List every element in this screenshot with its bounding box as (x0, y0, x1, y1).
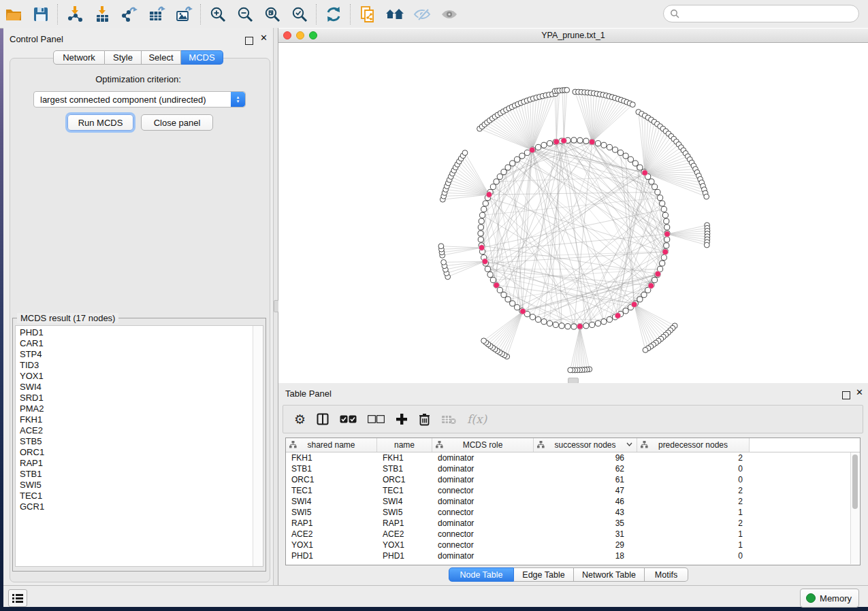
table-row[interactable]: ACE2ACE2connector311 (286, 529, 860, 540)
network-satellite-node[interactable] (481, 338, 487, 344)
table-row[interactable]: STB1STB1dominator620 (286, 463, 860, 474)
table-settings-icon[interactable]: ⚙ (294, 412, 306, 427)
function-builder-icon[interactable]: f(x) (467, 412, 487, 426)
network-dominator-node[interactable] (664, 231, 671, 237)
cell-mcds_role[interactable]: dominator (432, 518, 534, 528)
network-satellite-node[interactable] (438, 244, 444, 249)
cell-successor_nodes[interactable]: 29 (534, 540, 637, 550)
network-dominator-node[interactable] (589, 139, 595, 145)
network-node[interactable] (559, 323, 564, 329)
mcds-result-item[interactable]: RAP1 (16, 458, 253, 469)
cell-mcds_role[interactable]: connector (432, 529, 534, 539)
mcds-result-item[interactable]: PHD1 (16, 327, 253, 338)
table-scrollbar[interactable] (850, 452, 859, 564)
run-mcds-button[interactable]: Run MCDS (67, 114, 133, 131)
network-node[interactable] (478, 237, 483, 242)
network-node[interactable] (571, 137, 577, 143)
cell-name[interactable]: RAP1 (377, 518, 432, 528)
network-node[interactable] (583, 323, 589, 329)
network-satellite-node[interactable] (704, 242, 709, 248)
zoom-fit-icon[interactable] (259, 3, 286, 26)
cell-shared_name[interactable]: ORC1 (286, 475, 377, 484)
network-node[interactable] (494, 179, 499, 184)
mcds-result-item[interactable]: SWI5 (16, 480, 253, 491)
tab-select[interactable]: Select (142, 50, 181, 65)
select-all-checkboxes-icon[interactable] (340, 415, 357, 423)
network-node[interactable] (501, 292, 507, 297)
tab-style[interactable]: Style (105, 50, 142, 65)
network-dominator-node[interactable] (494, 282, 500, 288)
network-node[interactable] (565, 324, 570, 329)
export-network-icon[interactable] (116, 3, 143, 26)
cell-mcds_role[interactable]: dominator (432, 551, 534, 561)
network-satellite-node[interactable] (462, 150, 468, 156)
cell-shared_name[interactable]: PHD1 (286, 551, 377, 561)
tab-network-table[interactable]: Network Table (574, 567, 645, 582)
network-node[interactable] (480, 212, 485, 218)
tab-node-table[interactable]: Node Table (449, 567, 514, 582)
network-node[interactable] (637, 165, 643, 170)
cell-shared_name[interactable]: YOX1 (286, 540, 377, 550)
cell-name[interactable]: STB1 (377, 464, 432, 474)
network-dominator-node[interactable] (662, 249, 669, 255)
network-dominator-node[interactable] (482, 259, 488, 265)
network-dominator-node[interactable] (648, 283, 654, 289)
show-all-icon[interactable] (436, 3, 463, 26)
table-row[interactable]: RAP1RAP1dominator352 (286, 518, 860, 529)
mcds-result-item[interactable]: TID3 (16, 360, 253, 371)
cell-name[interactable]: SWI5 (377, 508, 432, 517)
table-row[interactable]: TEC1TEC1connector472 (286, 485, 860, 496)
export-image-icon[interactable] (170, 3, 197, 26)
cell-mcds_role[interactable]: dominator (432, 464, 534, 474)
tab-network[interactable]: Network (53, 50, 105, 65)
cell-shared_name[interactable]: SWI4 (286, 497, 377, 506)
column-header-name[interactable]: name (377, 438, 432, 452)
cell-mcds_role[interactable]: connector (432, 508, 534, 517)
network-node[interactable] (505, 165, 511, 170)
network-node[interactable] (607, 317, 612, 323)
cell-successor_nodes[interactable]: 31 (534, 529, 637, 539)
cell-predecessor_nodes[interactable]: 0 (637, 551, 750, 561)
network-node[interactable] (590, 322, 595, 327)
network-dominator-node[interactable] (561, 138, 567, 144)
tab-motifs[interactable]: Motifs (645, 567, 688, 582)
network-dominator-node[interactable] (529, 147, 535, 153)
network-dominator-node[interactable] (642, 170, 648, 176)
mcds-result-item[interactable]: FKH1 (16, 414, 253, 425)
cell-shared_name[interactable]: TEC1 (286, 486, 377, 495)
network-node[interactable] (515, 156, 520, 162)
delete-column-icon[interactable] (419, 413, 430, 426)
zoom-out-icon[interactable] (231, 3, 259, 26)
network-node[interactable] (607, 144, 612, 150)
search-input[interactable] (683, 8, 858, 20)
network-node[interactable] (595, 141, 600, 146)
cell-predecessor_nodes[interactable]: 2 (637, 497, 750, 506)
cell-mcds_role[interactable]: connector (432, 486, 534, 495)
vertical-splitter[interactable] (273, 28, 278, 585)
network-node[interactable] (483, 201, 488, 206)
export-table-icon[interactable] (143, 3, 170, 26)
tab-mcds[interactable]: MCDS (181, 50, 223, 65)
network-satellite-node[interactable] (704, 194, 709, 199)
network-node[interactable] (658, 195, 663, 201)
refresh-layout-icon[interactable] (320, 3, 347, 26)
open-file-icon[interactable] (0, 3, 27, 26)
network-node[interactable] (632, 161, 638, 166)
mcds-result-item[interactable]: YOX1 (16, 371, 253, 382)
network-node[interactable] (601, 319, 607, 325)
cell-mcds_role[interactable]: connector (432, 540, 534, 550)
network-node[interactable] (660, 201, 665, 206)
network-node[interactable] (664, 237, 670, 242)
network-node[interactable] (510, 301, 515, 306)
mcds-result-item[interactable]: SRD1 (16, 393, 253, 403)
cell-name[interactable]: TEC1 (377, 486, 432, 495)
float-panel-icon[interactable] (842, 390, 850, 402)
network-node[interactable] (649, 179, 654, 184)
list-scrollbar[interactable] (253, 326, 263, 566)
search-field[interactable] (663, 5, 859, 22)
cell-predecessor_nodes[interactable]: 0 (637, 475, 750, 484)
tab-edge-table[interactable]: Edge Table (514, 567, 574, 582)
network-satellite-node[interactable] (568, 367, 573, 373)
network-node[interactable] (571, 324, 577, 329)
network-node[interactable] (487, 272, 493, 278)
